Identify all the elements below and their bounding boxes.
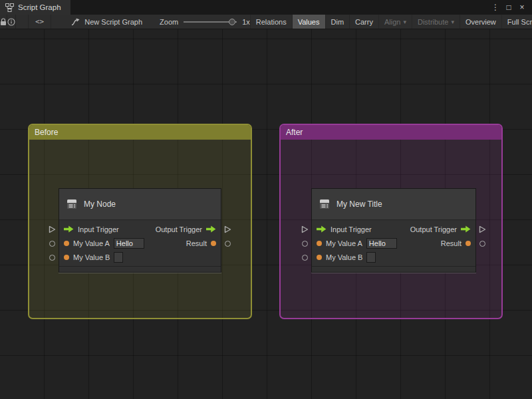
result-label: Result	[186, 239, 207, 247]
outer-input-trigger-port-icon[interactable]	[301, 225, 309, 233]
value-b-label: My Value B	[73, 253, 110, 261]
output-trigger-label: Output Trigger	[156, 225, 202, 233]
unit-icon	[66, 198, 78, 210]
node-my-new-title[interactable]: My New Title Input Trigger Output Trigge…	[311, 188, 476, 273]
group-before-header[interactable]: Before	[29, 125, 251, 140]
carry-button[interactable]: Carry	[349, 15, 378, 29]
lock-icon	[0, 18, 7, 26]
input-trigger-label: Input Trigger	[331, 225, 372, 233]
close-button[interactable]: ×	[517, 0, 527, 15]
values-button[interactable]: Values	[292, 15, 325, 29]
flow-output-icon[interactable]	[206, 225, 216, 233]
lock-button[interactable]	[0, 15, 7, 29]
graph-identity: New Script Graph	[71, 18, 142, 26]
code-icon: <>	[35, 17, 44, 26]
value-a-label: My Value A	[73, 239, 110, 247]
chevron-down-icon: ▾	[451, 15, 454, 29]
outer-value-b-port-icon[interactable]	[302, 255, 308, 261]
node-footer	[59, 266, 221, 272]
value-b-input[interactable]	[114, 252, 123, 263]
output-trigger-label: Output Trigger	[410, 225, 457, 233]
node-ports: Input Trigger Output Trigger My Value A …	[312, 220, 475, 266]
outer-input-trigger-port-icon[interactable]	[49, 225, 56, 233]
code-view-button[interactable]: <>	[28, 15, 51, 29]
port-row-trigger: Input Trigger Output Trigger	[312, 222, 475, 236]
port-row-value-b: My Value B	[59, 250, 221, 264]
relations-button[interactable]: Relations	[250, 15, 292, 29]
port-row-value-b: My Value B	[312, 250, 475, 264]
full-screen-button[interactable]: Full Scr	[501, 15, 532, 29]
outer-value-a-port-icon[interactable]	[302, 241, 308, 247]
port-row-value-a: My Value A Result	[312, 236, 475, 250]
flow-input-icon[interactable]	[317, 225, 327, 233]
value-a-input[interactable]	[114, 238, 144, 249]
align-dropdown[interactable]: Align ▾	[378, 15, 412, 29]
flow-output-icon[interactable]	[461, 225, 471, 233]
dim-button[interactable]: Dim	[325, 15, 350, 29]
result-port-icon[interactable]	[211, 241, 216, 246]
node-title: My Node	[84, 200, 116, 209]
group-after-header[interactable]: After	[281, 125, 501, 140]
zoom-control: Zoom 1x	[160, 18, 250, 26]
graph-tab-icon	[5, 3, 14, 12]
group-after-title: After	[286, 128, 303, 137]
node-footer	[312, 266, 475, 272]
node-area-before: My Node Input Trigger Output Trigger	[48, 188, 232, 275]
input-trigger-label: Input Trigger	[78, 225, 119, 233]
value-b-port-icon[interactable]	[317, 255, 322, 260]
outer-value-b-port-icon[interactable]	[49, 255, 55, 261]
node-title: My New Title	[336, 200, 382, 209]
group-before-title: Before	[35, 128, 58, 137]
value-a-label: My Value A	[326, 239, 362, 247]
result-port-icon[interactable]	[466, 241, 471, 246]
value-a-port-icon[interactable]	[317, 241, 322, 246]
node-ports: Input Trigger Output Trigger My Value A …	[59, 220, 221, 266]
value-b-input[interactable]	[366, 252, 376, 263]
zoom-slider-knob[interactable]	[229, 19, 235, 25]
value-a-input[interactable]	[366, 238, 397, 249]
node-my-node[interactable]: My Node Input Trigger Output Trigger	[59, 188, 221, 273]
outer-result-port-icon[interactable]	[225, 241, 231, 247]
tab-title: Script Graph	[18, 3, 61, 11]
value-a-port-icon[interactable]	[64, 241, 69, 246]
chevron-down-icon: ▾	[403, 15, 406, 29]
overview-button[interactable]: Overview	[460, 15, 501, 29]
tab-script-graph[interactable]: Script Graph	[0, 0, 70, 15]
port-row-value-a: My Value A Result	[59, 236, 221, 250]
flow-input-icon[interactable]	[64, 225, 74, 233]
graph-name: New Script Graph	[84, 18, 142, 26]
distribute-dropdown[interactable]: Distribute ▾	[412, 15, 460, 29]
window-menu-button[interactable]: ⋮	[491, 0, 500, 15]
zoom-slider[interactable]	[184, 19, 237, 25]
window-tab-bar: Script Graph ⋮ □ ×	[0, 0, 532, 15]
outer-result-port-icon[interactable]	[479, 241, 485, 247]
toolbar-buttons: Relations Values Dim Carry Align ▾ Distr…	[250, 15, 532, 29]
maximize-button[interactable]: □	[504, 0, 513, 15]
outer-value-a-port-icon[interactable]	[49, 241, 55, 247]
script-graph-asset-icon	[71, 18, 80, 26]
unit-icon	[319, 198, 331, 210]
window-controls: ⋮ □ ×	[491, 0, 532, 15]
node-area-after: My New Title Input Trigger Output Trigge…	[301, 188, 487, 275]
zoom-label: Zoom	[160, 18, 178, 26]
port-row-trigger: Input Trigger Output Trigger	[59, 222, 221, 236]
value-b-port-icon[interactable]	[64, 255, 69, 260]
result-label: Result	[441, 239, 462, 247]
inspect-button[interactable]	[7, 15, 16, 29]
zoom-value: 1x	[242, 18, 250, 26]
outer-output-trigger-port-icon[interactable]	[224, 225, 231, 233]
info-icon	[7, 18, 15, 26]
graph-canvas[interactable]: Before After	[0, 29, 532, 399]
node-header[interactable]: My Node	[59, 189, 221, 220]
value-b-label: My Value B	[326, 253, 362, 261]
graph-toolbar: <> New Script Graph Zoom 1x Relations Va…	[0, 15, 532, 29]
outer-output-trigger-port-icon[interactable]	[479, 225, 486, 233]
node-header[interactable]: My New Title	[312, 189, 475, 220]
